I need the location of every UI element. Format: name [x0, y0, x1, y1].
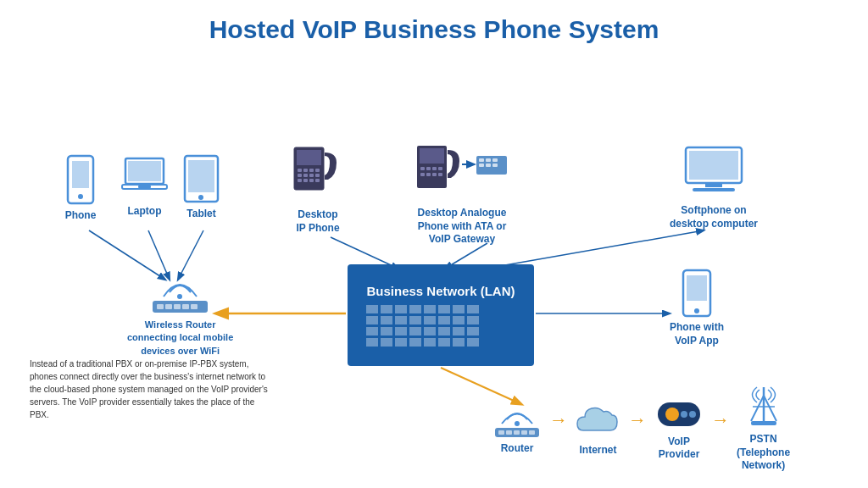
- router-item: Router: [492, 401, 542, 456]
- svg-rect-71: [529, 430, 535, 435]
- svg-rect-38: [438, 167, 442, 170]
- svg-rect-37: [432, 167, 437, 170]
- page-title: Hosted VoIP Business Phone System: [0, 0, 868, 53]
- voip-app-icon: [681, 269, 713, 318]
- svg-rect-68: [506, 430, 512, 435]
- svg-line-78: [764, 396, 776, 421]
- voip-to-pstn-arrow: →: [711, 409, 730, 431]
- desktop-ip-icon: [292, 146, 343, 205]
- svg-rect-24: [315, 169, 320, 172]
- svg-rect-35: [420, 167, 425, 170]
- svg-rect-80: [751, 421, 776, 425]
- business-network-label: Business Network (LAN): [366, 284, 515, 298]
- internet-item: Internet: [575, 398, 621, 458]
- softphone-icon: [684, 146, 743, 201]
- router-label: Router: [501, 442, 534, 456]
- voip-app-label: Phone withVoIP App: [670, 321, 724, 347]
- svg-line-77: [751, 396, 764, 421]
- svg-point-55: [177, 294, 182, 299]
- desktop-ip-label: DesktopIP Phone: [296, 208, 339, 235]
- svg-rect-49: [486, 164, 491, 167]
- info-text: Instead of a traditional PBX or on-premi…: [30, 359, 268, 419]
- softphone-label: Softphone ondesktop computer: [670, 204, 758, 230]
- svg-rect-61: [191, 304, 198, 309]
- svg-rect-69: [514, 430, 520, 435]
- pstn-icon: [743, 383, 785, 430]
- voip-app-phone: Phone withVoIP App: [670, 269, 724, 347]
- laptop-label: Laptop: [128, 205, 162, 219]
- svg-line-6: [500, 230, 704, 266]
- tablet-device: Tablet: [182, 154, 220, 221]
- svg-rect-17: [188, 160, 214, 192]
- svg-rect-46: [486, 158, 491, 162]
- svg-point-65: [515, 421, 520, 426]
- svg-rect-45: [479, 158, 484, 162]
- svg-point-18: [198, 195, 203, 200]
- pstn-item: PSTN(TelephoneNetwork): [737, 383, 790, 473]
- svg-point-75: [689, 411, 696, 418]
- svg-rect-63: [687, 275, 707, 301]
- tablet-label: Tablet: [186, 208, 215, 221]
- svg-rect-47: [492, 158, 498, 162]
- router-to-internet-arrow: →: [549, 409, 568, 431]
- svg-rect-23: [309, 169, 314, 172]
- phone-label: Phone: [65, 209, 97, 223]
- svg-point-74: [681, 411, 687, 418]
- internet-label: Internet: [579, 444, 616, 458]
- svg-rect-57: [157, 304, 164, 309]
- svg-rect-32: [315, 179, 320, 182]
- svg-rect-26: [303, 174, 308, 177]
- desktop-ip-phone: DesktopIP Phone: [292, 146, 343, 235]
- desktop-analogue-phone: Desktop AnaloguePhone with ATA orVoIP Ga…: [415, 137, 509, 247]
- svg-rect-31: [309, 179, 314, 182]
- svg-rect-22: [303, 169, 308, 172]
- svg-rect-30: [303, 179, 308, 182]
- svg-rect-50: [492, 164, 498, 167]
- wireless-router: Wireless Routerconnecting local mobilede…: [127, 269, 233, 358]
- internet-to-voip-arrow: →: [628, 409, 647, 431]
- svg-rect-27: [309, 174, 314, 177]
- phone-device: Phone: [64, 154, 97, 223]
- svg-rect-15: [138, 186, 151, 188]
- phone-icon: [64, 154, 97, 205]
- voip-provider-label: VoIPProvider: [659, 435, 700, 462]
- svg-rect-36: [426, 167, 431, 170]
- laptop-icon: [121, 154, 168, 201]
- svg-rect-29: [298, 179, 302, 182]
- laptop-device: Laptop: [121, 154, 168, 219]
- svg-rect-53: [705, 183, 722, 187]
- svg-rect-59: [174, 304, 181, 309]
- svg-rect-52: [689, 151, 738, 180]
- router-icon: [492, 401, 542, 439]
- svg-rect-21: [298, 169, 302, 172]
- business-network: Business Network (LAN): [348, 264, 534, 366]
- svg-rect-41: [432, 173, 437, 176]
- pstn-label: PSTN(TelephoneNetwork): [737, 433, 790, 473]
- info-text-box: Instead of a traditional PBX or on-premi…: [30, 358, 275, 421]
- wireless-router-icon: [148, 269, 212, 315]
- svg-rect-39: [420, 173, 425, 176]
- voip-provider-icon: [654, 394, 704, 432]
- svg-point-64: [694, 308, 699, 313]
- svg-rect-70: [521, 430, 527, 435]
- analogue-phone-icon: [415, 137, 509, 205]
- svg-point-11: [78, 194, 83, 199]
- internet-icon: [575, 398, 621, 441]
- svg-rect-60: [182, 304, 189, 309]
- svg-rect-25: [298, 174, 302, 177]
- voip-provider-item: VoIPProvider: [654, 394, 704, 462]
- svg-rect-10: [72, 161, 89, 188]
- svg-rect-20: [297, 150, 321, 165]
- svg-point-73: [665, 408, 679, 421]
- wireless-router-label: Wireless Routerconnecting local mobilede…: [127, 319, 233, 358]
- desktop-analogue-label: Desktop AnaloguePhone with ATA orVoIP Ga…: [418, 207, 507, 247]
- svg-rect-28: [315, 174, 320, 177]
- softphone-device: Softphone ondesktop computer: [670, 146, 758, 230]
- svg-rect-13: [128, 161, 161, 181]
- svg-rect-40: [426, 173, 431, 176]
- svg-rect-42: [438, 173, 442, 176]
- svg-rect-54: [693, 188, 735, 191]
- tablet-icon: [182, 154, 220, 203]
- svg-rect-58: [165, 304, 172, 309]
- svg-rect-48: [479, 164, 484, 167]
